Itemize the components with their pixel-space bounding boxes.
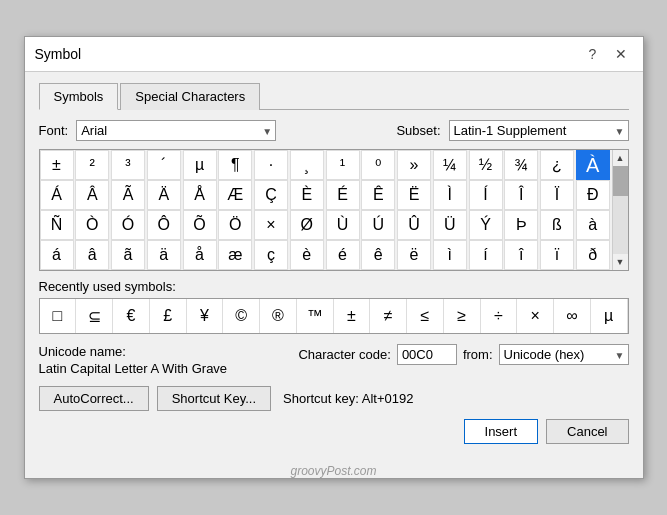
subset-select[interactable]: Latin-1 Supplement Basic Latin Latin Ext…: [449, 120, 629, 141]
symbol-cell[interactable]: Ì: [433, 180, 467, 210]
symbol-cell[interactable]: Ü: [433, 210, 467, 240]
symbol-cell[interactable]: ¶: [218, 150, 252, 180]
symbol-grid: ±²³´µ¶·¸¹⁰»¼½¾¿ÀÁÂÃÄÅÆÇÈÉÊËÌÍÎÏÐÑÒÓÔÕÖ×Ø…: [40, 150, 612, 270]
symbol-cell[interactable]: ±: [40, 150, 74, 180]
recent-cell[interactable]: ≥: [444, 299, 481, 333]
symbol-cell[interactable]: Ï: [540, 180, 574, 210]
symbol-cell[interactable]: î: [504, 240, 538, 270]
symbol-cell[interactable]: ã: [111, 240, 145, 270]
autocorrect-button[interactable]: AutoCorrect...: [39, 386, 149, 411]
symbol-cell[interactable]: ç: [254, 240, 288, 270]
symbol-cell[interactable]: ä: [147, 240, 181, 270]
title-bar: Symbol ? ✕: [25, 37, 643, 72]
symbol-cell[interactable]: í: [469, 240, 503, 270]
symbol-cell[interactable]: Ç: [254, 180, 288, 210]
insert-button[interactable]: Insert: [464, 419, 539, 444]
symbol-cell[interactable]: Ó: [111, 210, 145, 240]
title-controls: ? ✕: [581, 43, 633, 65]
symbol-cell[interactable]: È: [290, 180, 324, 210]
symbol-cell[interactable]: Ø: [290, 210, 324, 240]
symbol-cell[interactable]: ¾: [504, 150, 538, 180]
symbol-cell[interactable]: è: [290, 240, 324, 270]
recent-cell[interactable]: ∞: [554, 299, 591, 333]
symbol-cell[interactable]: Å: [183, 180, 217, 210]
cancel-button[interactable]: Cancel: [546, 419, 628, 444]
symbol-cell[interactable]: Û: [397, 210, 431, 240]
symbol-cell[interactable]: Õ: [183, 210, 217, 240]
symbol-cell[interactable]: Â: [75, 180, 109, 210]
symbol-cell[interactable]: ³: [111, 150, 145, 180]
recent-cell[interactable]: ¥: [187, 299, 224, 333]
close-button[interactable]: ✕: [609, 43, 633, 65]
symbol-cell[interactable]: ×: [254, 210, 288, 240]
symbol-cell[interactable]: Ý: [469, 210, 503, 240]
recent-cell[interactable]: ®: [260, 299, 297, 333]
from-select-wrapper: Unicode (hex) ASCII (decimal) ASCII (hex…: [499, 344, 629, 365]
from-label: from:: [463, 347, 493, 362]
symbol-cell[interactable]: Î: [504, 180, 538, 210]
symbol-cell[interactable]: Ñ: [40, 210, 74, 240]
from-select[interactable]: Unicode (hex) ASCII (decimal) ASCII (hex…: [499, 344, 629, 365]
scroll-up-arrow[interactable]: ▲: [613, 150, 628, 166]
recent-cell[interactable]: ±: [334, 299, 371, 333]
symbol-cell[interactable]: é: [326, 240, 360, 270]
recent-cell[interactable]: £: [150, 299, 187, 333]
symbol-cell[interactable]: ë: [397, 240, 431, 270]
symbol-cell[interactable]: Ê: [361, 180, 395, 210]
symbol-cell[interactable]: Ë: [397, 180, 431, 210]
font-select[interactable]: Arial: [76, 120, 276, 141]
symbol-cell[interactable]: É: [326, 180, 360, 210]
symbol-cell[interactable]: Ö: [218, 210, 252, 240]
tab-symbols[interactable]: Symbols: [39, 83, 119, 110]
symbol-cell[interactable]: ¸: [290, 150, 324, 180]
recent-cell[interactable]: ™: [297, 299, 334, 333]
symbol-cell[interactable]: Í: [469, 180, 503, 210]
symbol-cell[interactable]: ¼: [433, 150, 467, 180]
symbol-cell[interactable]: Æ: [218, 180, 252, 210]
symbol-cell[interactable]: ½: [469, 150, 503, 180]
symbol-cell[interactable]: ê: [361, 240, 395, 270]
symbol-cell[interactable]: Þ: [504, 210, 538, 240]
scroll-down-arrow[interactable]: ▼: [613, 254, 628, 270]
symbol-cell[interactable]: â: [75, 240, 109, 270]
symbol-cell[interactable]: ´: [147, 150, 181, 180]
symbol-cell[interactable]: ß: [540, 210, 574, 240]
symbol-cell[interactable]: Ù: [326, 210, 360, 240]
recent-cell[interactable]: □: [40, 299, 77, 333]
symbol-cell[interactable]: Ð: [576, 180, 610, 210]
symbol-cell[interactable]: á: [40, 240, 74, 270]
recent-cell[interactable]: ⊆: [76, 299, 113, 333]
symbol-cell[interactable]: ï: [540, 240, 574, 270]
symbol-cell[interactable]: å: [183, 240, 217, 270]
symbol-cell[interactable]: »: [397, 150, 431, 180]
help-button[interactable]: ?: [581, 43, 605, 65]
charcode-input[interactable]: [397, 344, 457, 365]
recent-cell[interactable]: €: [113, 299, 150, 333]
scroll-thumb[interactable]: [613, 166, 628, 196]
recent-cell[interactable]: ≤: [407, 299, 444, 333]
recent-cell[interactable]: ×: [517, 299, 554, 333]
recent-cell[interactable]: µ: [591, 299, 628, 333]
symbol-cell[interactable]: Ô: [147, 210, 181, 240]
symbol-cell[interactable]: à: [576, 210, 610, 240]
tab-special-characters[interactable]: Special Characters: [120, 83, 260, 110]
symbol-cell[interactable]: ì: [433, 240, 467, 270]
symbol-cell[interactable]: À: [576, 150, 610, 180]
symbol-cell[interactable]: µ: [183, 150, 217, 180]
symbol-cell[interactable]: Á: [40, 180, 74, 210]
symbol-cell[interactable]: ð: [576, 240, 610, 270]
symbol-cell[interactable]: ¹: [326, 150, 360, 180]
symbol-cell[interactable]: ·: [254, 150, 288, 180]
shortcut-key-button[interactable]: Shortcut Key...: [157, 386, 271, 411]
symbol-cell[interactable]: æ: [218, 240, 252, 270]
symbol-cell[interactable]: ¿: [540, 150, 574, 180]
recent-cell[interactable]: ©: [223, 299, 260, 333]
symbol-cell[interactable]: Ã: [111, 180, 145, 210]
symbol-cell[interactable]: ⁰: [361, 150, 395, 180]
recent-cell[interactable]: ≠: [370, 299, 407, 333]
symbol-cell[interactable]: Ò: [75, 210, 109, 240]
symbol-cell[interactable]: Ä: [147, 180, 181, 210]
symbol-cell[interactable]: ²: [75, 150, 109, 180]
symbol-cell[interactable]: Ú: [361, 210, 395, 240]
recent-cell[interactable]: ÷: [481, 299, 518, 333]
